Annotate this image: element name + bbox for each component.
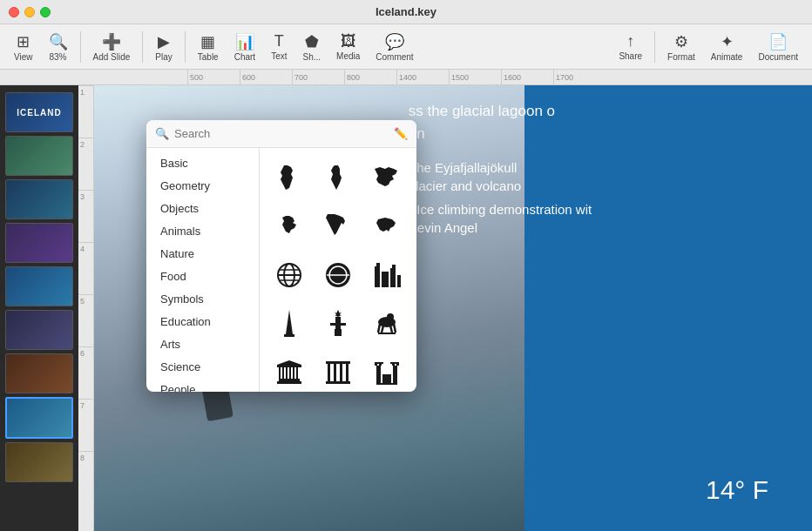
category-animals[interactable]: Animals bbox=[150, 220, 255, 242]
share-button[interactable]: ↑ Share bbox=[612, 29, 649, 64]
slide-canvas[interactable]: ss the glacial lagoon o ón • he Eyjafjal… bbox=[94, 85, 812, 531]
icon-equestrian-statue[interactable] bbox=[364, 301, 409, 346]
icon-australia-map[interactable] bbox=[364, 204, 409, 249]
close-button[interactable] bbox=[9, 7, 19, 17]
svg-rect-27 bbox=[378, 333, 396, 334]
toolbar: ⊞ View 🔍 83% ➕ Add Slide ▶ Play ▦ Table … bbox=[0, 24, 812, 70]
svg-rect-47 bbox=[382, 374, 391, 383]
svg-rect-34 bbox=[293, 367, 294, 379]
panel-body: Basic Geometry Objects Animals Nature Fo… bbox=[146, 148, 416, 392]
comment-button[interactable]: 💬 Comment bbox=[369, 29, 420, 65]
toolbar-separator-2 bbox=[142, 31, 143, 63]
pencil-icon[interactable]: ✏️ bbox=[394, 127, 408, 140]
window-title: Iceland.key bbox=[376, 5, 436, 18]
icon-city-buildings[interactable] bbox=[364, 252, 409, 298]
icon-statue-of-liberty[interactable] bbox=[315, 301, 361, 346]
share-icon: ↑ bbox=[626, 32, 634, 50]
slide-thumb-1[interactable]: 1 ICELAND bbox=[5, 92, 73, 132]
vruler-500: 5 bbox=[78, 294, 93, 346]
svg-rect-55 bbox=[390, 362, 399, 364]
svg-line-23 bbox=[378, 324, 380, 333]
format-button[interactable]: ⚙ Format bbox=[660, 29, 702, 65]
media-button[interactable]: 🖼 Media bbox=[329, 29, 367, 64]
text-button[interactable]: T Text bbox=[264, 29, 294, 64]
slide-thumb-9[interactable]: 9 bbox=[5, 442, 73, 482]
category-objects[interactable]: Objects bbox=[150, 198, 255, 219]
category-geometry[interactable]: Geometry bbox=[150, 175, 255, 197]
svg-rect-41 bbox=[334, 364, 336, 381]
zoom-control[interactable]: 🔍 83% bbox=[42, 29, 75, 65]
svg-rect-11 bbox=[382, 272, 389, 287]
slide-preview-9 bbox=[6, 443, 72, 481]
maximize-button[interactable] bbox=[40, 7, 51, 17]
icon-castle[interactable] bbox=[364, 350, 409, 392]
icon-globe-alt[interactable] bbox=[315, 252, 361, 298]
document-button[interactable]: 📄 Document bbox=[751, 29, 805, 65]
svg-line-24 bbox=[382, 326, 383, 333]
slide-thumb-3[interactable]: 3 bbox=[5, 179, 73, 219]
category-people[interactable]: People bbox=[150, 379, 255, 392]
category-symbols[interactable]: Symbols bbox=[150, 288, 255, 310]
svg-rect-30 bbox=[279, 367, 281, 379]
icon-obelisk[interactable] bbox=[267, 301, 312, 346]
search-icon: 🔍 bbox=[155, 127, 169, 140]
traffic-lights bbox=[9, 7, 51, 17]
slide-bullet-4: Kevin Angel bbox=[409, 220, 803, 235]
format-icon: ⚙ bbox=[674, 32, 688, 51]
svg-rect-38 bbox=[326, 381, 350, 384]
slide-thumb-2[interactable]: 2 bbox=[5, 136, 73, 176]
play-button[interactable]: ▶ Play bbox=[148, 29, 179, 65]
chart-button[interactable]: 📊 Chart bbox=[227, 29, 262, 65]
category-arts[interactable]: Arts bbox=[150, 333, 255, 355]
icon-africa-map[interactable] bbox=[267, 155, 312, 200]
slide-preview-6 bbox=[6, 311, 72, 349]
svg-rect-51 bbox=[379, 364, 382, 366]
document-label: Document bbox=[758, 52, 798, 62]
icon-south-america-map[interactable] bbox=[315, 155, 361, 200]
category-food[interactable]: Food bbox=[150, 266, 255, 287]
table-button[interactable]: ▦ Table bbox=[191, 29, 226, 65]
play-label: Play bbox=[155, 52, 172, 62]
animate-button[interactable]: ✦ Animate bbox=[704, 29, 750, 65]
icon-north-america-map[interactable] bbox=[315, 204, 361, 249]
vruler-800: 8 bbox=[78, 451, 93, 503]
media-icon: 🖼 bbox=[341, 32, 356, 50]
comment-label: Comment bbox=[376, 52, 413, 62]
ruler-num-800: 800 bbox=[344, 70, 396, 84]
slide-thumb-6[interactable]: 6 bbox=[5, 310, 73, 350]
svg-marker-37 bbox=[277, 360, 301, 365]
icon-europe-map[interactable] bbox=[267, 204, 312, 249]
slide-thumb-8[interactable]: 8 bbox=[5, 397, 73, 439]
svg-rect-40 bbox=[328, 364, 330, 381]
category-science[interactable]: Science bbox=[150, 356, 255, 378]
category-basic[interactable]: Basic bbox=[150, 152, 255, 174]
add-slide-button[interactable]: ➕ Add Slide bbox=[86, 29, 138, 65]
svg-rect-29 bbox=[279, 379, 300, 381]
svg-rect-10 bbox=[376, 263, 380, 266]
search-input[interactable] bbox=[174, 127, 389, 140]
icon-globe[interactable] bbox=[267, 252, 312, 298]
icon-parthenon[interactable] bbox=[267, 350, 312, 392]
vertical-ruler: 1 2 3 4 5 6 7 8 bbox=[78, 85, 94, 531]
svg-rect-43 bbox=[346, 364, 348, 381]
shape-button[interactable]: ⬟ Sh... bbox=[295, 29, 328, 65]
shape-label: Sh... bbox=[302, 52, 321, 62]
icon-columns[interactable] bbox=[315, 350, 361, 392]
icon-asia-map[interactable] bbox=[364, 155, 409, 200]
slide-thumb-5[interactable]: 5 bbox=[5, 266, 73, 306]
slide-preview-7 bbox=[6, 354, 72, 393]
svg-rect-31 bbox=[282, 367, 284, 379]
share-label: Share bbox=[619, 51, 642, 61]
ruler-numbers: 500 600 700 800 1400 1500 1600 1700 bbox=[187, 70, 606, 84]
svg-rect-19 bbox=[330, 323, 346, 326]
shapes-dropdown: 🔍 ✏️ Basic Geometry Objects Animals Natu… bbox=[146, 120, 416, 392]
ruler-num-600: 600 bbox=[240, 70, 292, 84]
view-button[interactable]: ⊞ View bbox=[7, 29, 40, 65]
minimize-button[interactable] bbox=[24, 7, 35, 17]
view-icon: ⊞ bbox=[17, 32, 30, 51]
slide-thumb-4[interactable]: 4 bbox=[5, 223, 73, 263]
slide-thumb-7[interactable]: 7 bbox=[5, 353, 73, 393]
svg-rect-35 bbox=[296, 367, 298, 379]
category-nature[interactable]: Nature bbox=[150, 243, 255, 265]
category-education[interactable]: Education bbox=[150, 311, 255, 333]
